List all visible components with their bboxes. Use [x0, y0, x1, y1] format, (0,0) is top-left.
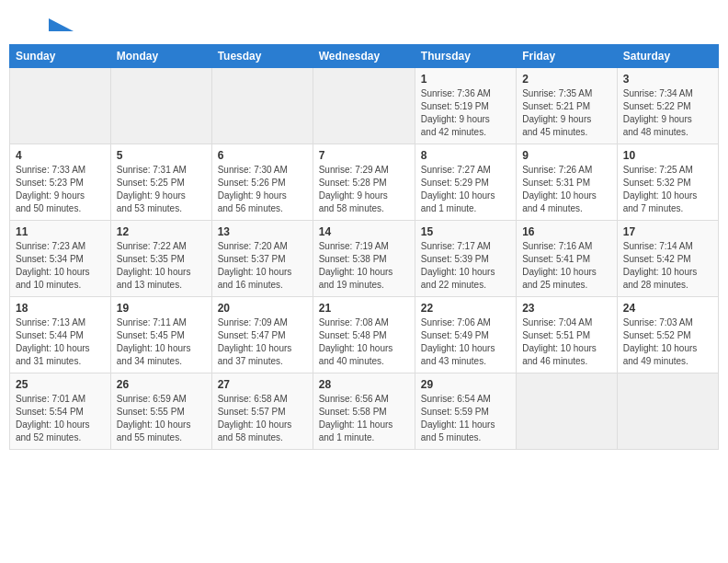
- day-of-week-header: Monday: [110, 45, 211, 68]
- calendar-day-cell: [10, 68, 111, 144]
- day-number: 23: [522, 302, 611, 315]
- day-number: 7: [319, 149, 409, 162]
- calendar-day-cell: 25Sunrise: 7:01 AM Sunset: 5:54 PM Dayli…: [10, 373, 111, 450]
- calendar-day-cell: 26Sunrise: 6:59 AM Sunset: 5:55 PM Dayli…: [110, 373, 211, 450]
- day-info: Sunrise: 7:22 AM Sunset: 5:35 PM Dayligh…: [117, 240, 206, 292]
- calendar-day-cell: [517, 373, 618, 450]
- day-info: Sunrise: 7:26 AM Sunset: 5:31 PM Dayligh…: [522, 164, 611, 215]
- calendar-day-cell: 6Sunrise: 7:30 AM Sunset: 5:26 PM Daylig…: [211, 144, 313, 221]
- day-info: Sunrise: 7:31 AM Sunset: 5:25 PM Dayligh…: [117, 164, 206, 215]
- day-of-week-header: Friday: [517, 45, 618, 68]
- day-number: 14: [319, 225, 409, 238]
- day-info: Sunrise: 7:03 AM Sunset: 5:52 PM Dayligh…: [623, 316, 712, 368]
- day-number: 4: [16, 149, 105, 162]
- calendar-day-cell: 27Sunrise: 6:58 AM Sunset: 5:57 PM Dayli…: [211, 373, 313, 450]
- day-number: 17: [623, 225, 712, 238]
- calendar-day-cell: 28Sunrise: 6:56 AM Sunset: 5:58 PM Dayli…: [313, 373, 415, 450]
- day-number: 19: [117, 302, 206, 315]
- calendar-day-cell: 3Sunrise: 7:34 AM Sunset: 5:22 PM Daylig…: [617, 68, 718, 144]
- day-number: 28: [319, 378, 409, 391]
- calendar-day-cell: [110, 68, 211, 144]
- day-number: 16: [522, 225, 611, 238]
- calendar-day-cell: 15Sunrise: 7:17 AM Sunset: 5:39 PM Dayli…: [415, 221, 516, 297]
- day-info: Sunrise: 6:56 AM Sunset: 5:58 PM Dayligh…: [319, 393, 409, 444]
- day-number: 9: [522, 149, 611, 162]
- calendar-body: 1Sunrise: 7:36 AM Sunset: 5:19 PM Daylig…: [10, 68, 719, 450]
- logo-icon: [23, 18, 74, 31]
- calendar-day-cell: 11Sunrise: 7:23 AM Sunset: 5:34 PM Dayli…: [10, 221, 111, 297]
- day-info: Sunrise: 7:14 AM Sunset: 5:42 PM Dayligh…: [623, 240, 712, 292]
- day-number: 6: [218, 149, 307, 162]
- day-info: Sunrise: 7:34 AM Sunset: 5:22 PM Dayligh…: [623, 87, 712, 139]
- calendar-day-cell: 20Sunrise: 7:09 AM Sunset: 5:47 PM Dayli…: [211, 297, 313, 373]
- calendar-day-cell: 24Sunrise: 7:03 AM Sunset: 5:52 PM Dayli…: [617, 297, 718, 373]
- day-info: Sunrise: 7:23 AM Sunset: 5:34 PM Dayligh…: [16, 240, 105, 292]
- day-number: 18: [16, 302, 105, 315]
- day-of-week-header: Wednesday: [313, 45, 415, 68]
- day-number: 29: [421, 378, 510, 391]
- day-info: Sunrise: 6:58 AM Sunset: 5:57 PM Dayligh…: [218, 393, 307, 444]
- calendar-day-cell: 12Sunrise: 7:22 AM Sunset: 5:35 PM Dayli…: [110, 221, 211, 297]
- day-info: Sunrise: 6:54 AM Sunset: 5:59 PM Dayligh…: [421, 393, 510, 444]
- day-number: 24: [623, 302, 712, 315]
- day-info: Sunrise: 7:35 AM Sunset: 5:21 PM Dayligh…: [522, 87, 611, 139]
- calendar-day-cell: 23Sunrise: 7:04 AM Sunset: 5:51 PM Dayli…: [517, 297, 618, 373]
- calendar-day-cell: 29Sunrise: 6:54 AM Sunset: 5:59 PM Dayli…: [415, 373, 516, 450]
- svg-marker-0: [49, 18, 74, 31]
- day-info: Sunrise: 6:59 AM Sunset: 5:55 PM Dayligh…: [117, 393, 206, 444]
- day-number: 10: [623, 149, 712, 162]
- calendar-day-cell: 13Sunrise: 7:20 AM Sunset: 5:37 PM Dayli…: [211, 221, 313, 297]
- calendar-week-row: 18Sunrise: 7:13 AM Sunset: 5:44 PM Dayli…: [10, 297, 719, 373]
- day-number: 1: [421, 73, 510, 86]
- calendar-week-row: 25Sunrise: 7:01 AM Sunset: 5:54 PM Dayli…: [10, 373, 719, 450]
- day-info: Sunrise: 7:01 AM Sunset: 5:54 PM Dayligh…: [16, 393, 105, 444]
- day-number: 27: [218, 378, 307, 391]
- day-number: 13: [218, 225, 307, 238]
- calendar-day-cell: [313, 68, 415, 144]
- day-info: Sunrise: 7:06 AM Sunset: 5:49 PM Dayligh…: [421, 316, 510, 368]
- page-header: [9, 9, 719, 40]
- calendar-day-cell: 2Sunrise: 7:35 AM Sunset: 5:21 PM Daylig…: [517, 68, 618, 144]
- calendar-day-cell: 17Sunrise: 7:14 AM Sunset: 5:42 PM Dayli…: [617, 221, 718, 297]
- day-number: 21: [319, 302, 409, 315]
- calendar-day-cell: 14Sunrise: 7:19 AM Sunset: 5:38 PM Dayli…: [313, 221, 415, 297]
- logo: [23, 18, 74, 35]
- calendar-week-row: 11Sunrise: 7:23 AM Sunset: 5:34 PM Dayli…: [10, 221, 719, 297]
- day-info: Sunrise: 7:30 AM Sunset: 5:26 PM Dayligh…: [218, 164, 307, 215]
- day-info: Sunrise: 7:11 AM Sunset: 5:45 PM Dayligh…: [117, 316, 206, 368]
- day-info: Sunrise: 7:08 AM Sunset: 5:48 PM Dayligh…: [319, 316, 409, 368]
- day-info: Sunrise: 7:17 AM Sunset: 5:39 PM Dayligh…: [421, 240, 510, 292]
- day-info: Sunrise: 7:33 AM Sunset: 5:23 PM Dayligh…: [16, 164, 105, 215]
- day-info: Sunrise: 7:04 AM Sunset: 5:51 PM Dayligh…: [522, 316, 611, 368]
- calendar-day-cell: 16Sunrise: 7:16 AM Sunset: 5:41 PM Dayli…: [517, 221, 618, 297]
- day-info: Sunrise: 7:20 AM Sunset: 5:37 PM Dayligh…: [218, 240, 307, 292]
- day-number: 5: [117, 149, 206, 162]
- day-number: 12: [117, 225, 206, 238]
- calendar-day-cell: 21Sunrise: 7:08 AM Sunset: 5:48 PM Dayli…: [313, 297, 415, 373]
- day-number: 3: [623, 73, 712, 86]
- day-of-week-header: Sunday: [10, 45, 111, 68]
- days-of-week-row: SundayMondayTuesdayWednesdayThursdayFrid…: [10, 45, 719, 68]
- calendar-table: SundayMondayTuesdayWednesdayThursdayFrid…: [9, 44, 719, 450]
- calendar-day-cell: 22Sunrise: 7:06 AM Sunset: 5:49 PM Dayli…: [415, 297, 516, 373]
- day-number: 22: [421, 302, 510, 315]
- day-info: Sunrise: 7:29 AM Sunset: 5:28 PM Dayligh…: [319, 164, 409, 215]
- day-number: 25: [16, 378, 105, 391]
- calendar-day-cell: [211, 68, 313, 144]
- day-number: 20: [218, 302, 307, 315]
- day-info: Sunrise: 7:36 AM Sunset: 5:19 PM Dayligh…: [421, 87, 510, 139]
- day-of-week-header: Saturday: [617, 45, 718, 68]
- day-number: 15: [421, 225, 510, 238]
- calendar-day-cell: 10Sunrise: 7:25 AM Sunset: 5:32 PM Dayli…: [617, 144, 718, 221]
- calendar-day-cell: 1Sunrise: 7:36 AM Sunset: 5:19 PM Daylig…: [415, 68, 516, 144]
- day-number: 2: [522, 73, 611, 86]
- calendar-day-cell: 4Sunrise: 7:33 AM Sunset: 5:23 PM Daylig…: [10, 144, 111, 221]
- day-number: 8: [421, 149, 510, 162]
- calendar-week-row: 4Sunrise: 7:33 AM Sunset: 5:23 PM Daylig…: [10, 144, 719, 221]
- day-info: Sunrise: 7:09 AM Sunset: 5:47 PM Dayligh…: [218, 316, 307, 368]
- day-info: Sunrise: 7:27 AM Sunset: 5:29 PM Dayligh…: [421, 164, 510, 215]
- calendar-day-cell: [617, 373, 718, 450]
- calendar-day-cell: 9Sunrise: 7:26 AM Sunset: 5:31 PM Daylig…: [517, 144, 618, 221]
- day-of-week-header: Tuesday: [211, 45, 313, 68]
- calendar-day-cell: 18Sunrise: 7:13 AM Sunset: 5:44 PM Dayli…: [10, 297, 111, 373]
